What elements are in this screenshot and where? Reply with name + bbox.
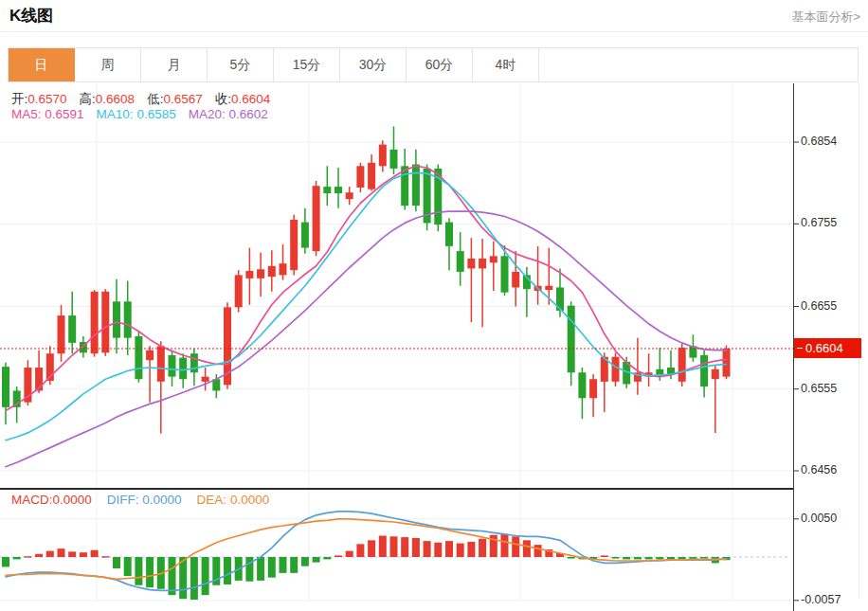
macd-hist-bar [313, 557, 320, 563]
close-label: 收: [215, 92, 231, 106]
macd-hist-bar [667, 557, 675, 559]
ohlc-row: 开:0.6570 高:0.6608 低:0.6567 收:0.6604 [11, 91, 282, 108]
tab-day[interactable]: 日 [9, 48, 75, 81]
macd-hist-bar [434, 543, 442, 557]
macd-hist-bar [169, 557, 176, 595]
candle-body [68, 315, 76, 343]
macd-hist-bar [390, 536, 398, 557]
open-label: 开: [11, 92, 27, 106]
ma20-line [6, 211, 727, 467]
low-value: 0.6567 [163, 92, 202, 106]
tab-week[interactable]: 周 [75, 48, 141, 81]
dea-line [6, 519, 727, 580]
macd-hist-bar [290, 557, 298, 573]
tab-5min[interactable]: 5分 [208, 48, 274, 81]
tab-15min[interactable]: 15分 [274, 48, 340, 81]
macd-hist-bar [412, 538, 420, 557]
macd-hist-bar [190, 557, 198, 600]
macd-hist-bar [645, 557, 653, 559]
ma5-value: 0.6591 [45, 107, 83, 121]
period-tabbar: 日 周 月 5分 15分 30分 60分 4时 [8, 47, 859, 82]
ma5-label: MA5: [11, 107, 42, 121]
macd-hist-bar [634, 557, 642, 559]
open-value: 0.6570 [27, 92, 66, 106]
macd-hist-bar [445, 541, 453, 557]
candle-body [190, 353, 198, 372]
macd-hist-bar [257, 557, 264, 581]
macd-hist-bar [534, 545, 542, 557]
candle-body [501, 256, 509, 292]
candle-body [678, 348, 686, 382]
ma10-label: MA10: [97, 107, 134, 121]
ma10-value: 0.6585 [136, 107, 175, 121]
macd-hist-bar [268, 557, 276, 578]
macd-hist-bar [301, 557, 309, 566]
candle-body [124, 301, 132, 337]
page-title: K线图 [9, 5, 53, 27]
macd-hist-bar [68, 551, 76, 557]
candle-body [58, 315, 65, 353]
tab-60min[interactable]: 60分 [407, 48, 473, 81]
macd-hist-bar [467, 542, 475, 557]
candle-body [2, 367, 9, 407]
current-price-tag: 0.6604 [794, 338, 861, 358]
candle-body [368, 163, 375, 189]
candle-body [412, 165, 420, 207]
candle-body [356, 166, 364, 188]
candle-body [379, 145, 387, 167]
high-value: 0.6608 [96, 92, 135, 106]
candle-body [545, 286, 552, 290]
candle-body [512, 272, 519, 288]
macd-hist-bar [656, 557, 663, 559]
macd-hist-bar [479, 539, 486, 557]
candle-body [257, 269, 264, 279]
dea-label: DEA: [197, 493, 227, 507]
macd-hist-bar [46, 551, 54, 557]
diff-value: 0.0000 [142, 493, 181, 507]
y-axis-label-2: 0.6655 [801, 299, 837, 313]
candle-body [457, 251, 464, 272]
tab-30min[interactable]: 30分 [340, 48, 407, 81]
diff-label: DIFF: [107, 493, 139, 507]
macd-hist-bar [401, 537, 408, 557]
macd-hist-bar [323, 557, 331, 559]
candle-body [157, 346, 165, 381]
candle-body [146, 350, 154, 360]
macd-hist-bar [124, 557, 132, 576]
macd-hist-bar [245, 557, 253, 582]
ma-row: MA5: 0.6591 MA10: 0.6585 MA20: 0.6602 [11, 107, 280, 121]
candle-body [712, 369, 719, 379]
candle-body [323, 187, 331, 193]
fundamental-analysis-link[interactable]: 基本面分析> [791, 9, 860, 26]
macd-hist-bar [135, 557, 142, 585]
macd-hist-bar [379, 535, 387, 557]
macd-hist-bar [280, 557, 287, 573]
candle-body [445, 223, 453, 246]
macd-hist-bar [35, 554, 43, 557]
candle-body [612, 357, 620, 382]
candle-body [280, 263, 287, 275]
candle-body [245, 271, 253, 279]
close-value: 0.6604 [231, 92, 270, 106]
tab-month[interactable]: 月 [141, 48, 208, 81]
macd-hist-bar [612, 557, 620, 559]
candle-body [467, 259, 475, 268]
macd-label: MACD: [11, 493, 53, 507]
candle-body [113, 301, 120, 337]
macd-hist-bar [146, 557, 154, 587]
candle-body [202, 377, 209, 382]
tab-4hour[interactable]: 4时 [473, 48, 539, 81]
y-axis-label-1: 0.6755 [801, 216, 837, 229]
candle-body [589, 379, 597, 398]
candle-body [235, 275, 243, 307]
macd-hist-bar [523, 540, 531, 557]
high-label: 高: [80, 92, 96, 106]
macd-hist-bar [368, 540, 375, 557]
candle-body [568, 306, 575, 373]
candle-body [169, 355, 176, 377]
macd-hist-bar [80, 552, 87, 557]
candle-body [91, 292, 99, 353]
macd-hist-bar [2, 557, 9, 566]
macd-hist-bar [24, 556, 31, 557]
candle-body [101, 292, 109, 353]
